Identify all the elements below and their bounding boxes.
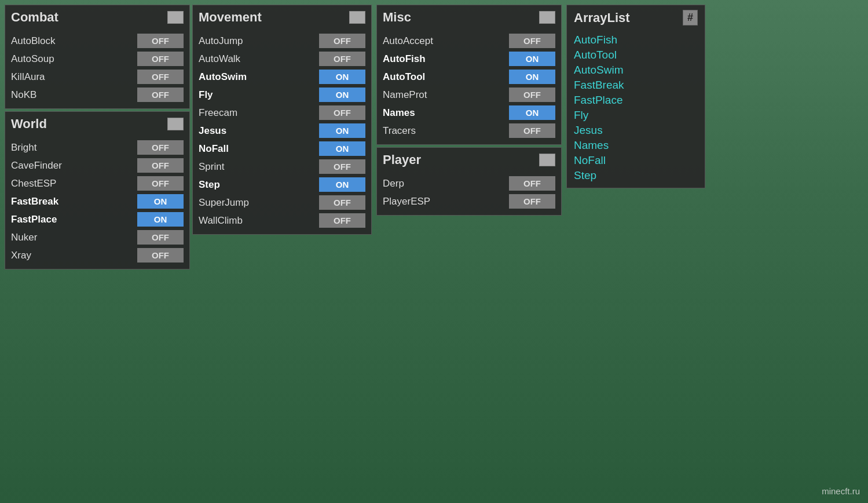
module-name: Xray: [11, 250, 31, 261]
player-modules-list: DerpOFFPlayerESPOFF: [383, 174, 555, 210]
module-toggle-button[interactable]: OFF: [137, 248, 184, 263]
movement-panel: Movement AutoJumpOFFAutoWalkOFFAutoSwimO…: [192, 5, 372, 235]
module-row: AutoSwimON: [199, 68, 365, 86]
module-toggle-button[interactable]: OFF: [137, 52, 184, 66]
arraylist-items-list: AutoFishAutoToolAutoSwimFastBreakFastPla…: [574, 32, 698, 183]
module-name: Bright: [11, 142, 36, 154]
module-toggle-button[interactable]: OFF: [137, 70, 184, 84]
module-row: SuperJumpOFF: [199, 194, 365, 212]
module-toggle-button[interactable]: OFF: [509, 88, 555, 102]
combat-modules-list: AutoBlockOFFAutoSoupOFFKillAuraOFFNoKBOF…: [11, 32, 184, 104]
module-name: AutoWalk: [199, 53, 240, 65]
module-toggle-button[interactable]: OFF: [137, 176, 184, 191]
combat-title: Combat: [11, 10, 58, 25]
misc-toggle-button[interactable]: [539, 11, 555, 24]
module-name: CaveFinder: [11, 160, 62, 172]
module-toggle-button[interactable]: ON: [509, 70, 555, 84]
panels-row: Combat AutoBlockOFFAutoSoupOFFKillAuraOF…: [5, 5, 705, 269]
module-toggle-button[interactable]: OFF: [137, 88, 184, 102]
module-toggle-button[interactable]: OFF: [509, 176, 555, 191]
module-row: PlayerESPOFF: [383, 192, 555, 210]
arraylist-item: FastBreak: [574, 78, 698, 93]
arraylist-header: ArrayList #: [574, 10, 698, 28]
arraylist-item: Jesus: [574, 123, 698, 138]
module-toggle-button[interactable]: OFF: [137, 140, 184, 155]
arraylist-item: Names: [574, 138, 698, 153]
world-toggle-button[interactable]: [167, 118, 184, 130]
module-row: NukerOFF: [11, 228, 184, 246]
misc-title: Misc: [383, 10, 411, 25]
module-row: FreecamOFF: [199, 104, 365, 122]
combat-toggle-button[interactable]: [167, 11, 184, 24]
module-row: JesusON: [199, 122, 365, 140]
module-toggle-button[interactable]: OFF: [319, 105, 365, 120]
module-row: CaveFinderOFF: [11, 156, 184, 174]
module-toggle-button[interactable]: OFF: [137, 230, 184, 245]
misc-header: Misc: [383, 10, 555, 27]
movement-header: Movement: [199, 10, 365, 27]
module-name: SuperJump: [199, 197, 249, 209]
module-name: AutoBlock: [11, 35, 56, 47]
module-row: NameProtOFF: [383, 86, 555, 104]
module-name: Jesus: [199, 125, 226, 137]
arraylist-item: AutoSwim: [574, 63, 698, 78]
module-toggle-button[interactable]: ON: [319, 141, 365, 156]
module-toggle-button[interactable]: OFF: [319, 213, 365, 228]
module-name: KillAura: [11, 71, 45, 83]
module-toggle-button[interactable]: OFF: [319, 159, 365, 174]
module-toggle-button[interactable]: OFF: [319, 195, 365, 210]
module-toggle-button[interactable]: OFF: [509, 34, 555, 48]
module-toggle-button[interactable]: ON: [137, 194, 184, 209]
left-panels: Combat AutoBlockOFFAutoSoupOFFKillAuraOF…: [5, 5, 192, 269]
module-toggle-button[interactable]: ON: [137, 212, 184, 227]
module-toggle-button[interactable]: ON: [319, 177, 365, 192]
module-toggle-button[interactable]: ON: [509, 105, 555, 120]
arraylist-hash-button[interactable]: #: [683, 10, 698, 25]
movement-toggle-button[interactable]: [349, 11, 365, 24]
module-name: NameProt: [383, 89, 427, 101]
player-toggle-button[interactable]: [539, 154, 555, 166]
module-row: FastBreakON: [11, 192, 184, 210]
module-name: NoFall: [199, 143, 229, 155]
module-row: DerpOFF: [383, 174, 555, 192]
module-name: WallClimb: [199, 215, 243, 227]
module-toggle-button[interactable]: ON: [319, 88, 365, 102]
arraylist-item: AutoTool: [574, 48, 698, 63]
misc-modules-list: AutoAcceptOFFAutoFishONAutoToolONNamePro…: [383, 32, 555, 140]
movement-modules-list: AutoJumpOFFAutoWalkOFFAutoSwimONFlyONFre…: [199, 32, 365, 229]
module-toggle-button[interactable]: ON: [319, 70, 365, 84]
module-toggle-button[interactable]: OFF: [509, 194, 555, 209]
module-name: AutoAccept: [383, 35, 433, 47]
module-row: AutoToolON: [383, 68, 555, 86]
module-toggle-button[interactable]: OFF: [319, 52, 365, 66]
module-name: Names: [383, 107, 415, 119]
arraylist-title: ArrayList: [574, 10, 630, 25]
module-name: AutoSoup: [11, 53, 54, 65]
module-name: ChestESP: [11, 178, 56, 189]
module-toggle-button[interactable]: ON: [319, 123, 365, 138]
arraylist-item: NoFall: [574, 153, 698, 168]
module-row: NoFallON: [199, 140, 365, 158]
movement-title: Movement: [199, 10, 262, 25]
player-panel: Player DerpOFFPlayerESPOFF: [376, 147, 562, 216]
world-modules-list: BrightOFFCaveFinderOFFChestESPOFFFastBre…: [11, 138, 184, 264]
module-row: AutoSoupOFF: [11, 50, 184, 68]
module-row: AutoJumpOFF: [199, 32, 365, 50]
module-name: Freecam: [199, 107, 237, 119]
misc-player-col: Misc AutoAcceptOFFAutoFishONAutoToolONNa…: [376, 5, 564, 216]
module-toggle-button[interactable]: OFF: [509, 123, 555, 138]
module-name: PlayerESP: [383, 196, 430, 207]
player-title: Player: [383, 152, 421, 167]
module-toggle-button[interactable]: OFF: [137, 34, 184, 48]
module-name: Step: [199, 179, 220, 191]
module-name: AutoFish: [383, 53, 426, 65]
module-toggle-button[interactable]: ON: [509, 52, 555, 66]
module-toggle-button[interactable]: OFF: [319, 34, 365, 48]
arraylist-item: Fly: [574, 108, 698, 123]
combat-header: Combat: [11, 10, 184, 27]
ui-container: Combat AutoBlockOFFAutoSoupOFFKillAuraOF…: [0, 0, 710, 274]
module-row: ChestESPOFF: [11, 174, 184, 192]
module-toggle-button[interactable]: OFF: [137, 158, 184, 173]
module-row: TracersOFF: [383, 122, 555, 140]
module-name: Fly: [199, 89, 213, 101]
